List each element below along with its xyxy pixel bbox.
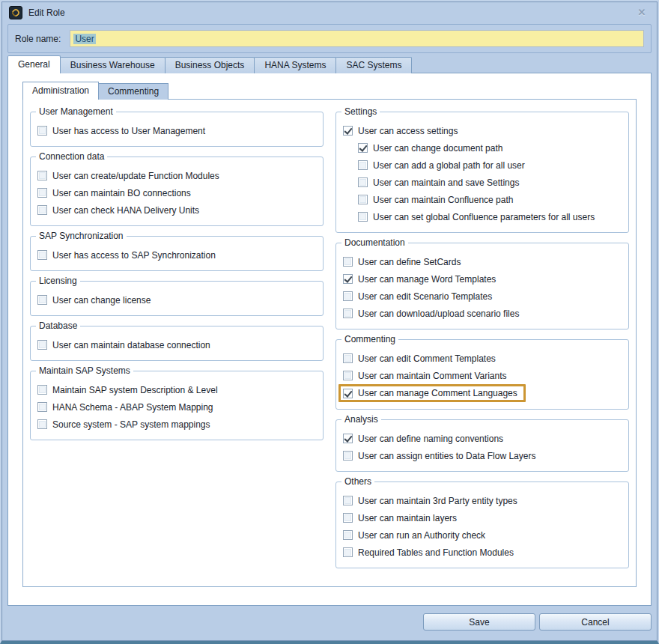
checkbox-user-can-maintain-comment-variants[interactable]	[343, 371, 353, 380]
checkbox-user-can-run-an-authority-check[interactable]	[343, 530, 353, 540]
checkbox-user-can-check-hana-delivery-units[interactable]	[37, 205, 47, 215]
checkbox-row: User can run an Authority check	[343, 526, 622, 544]
checkbox-user-can-access-settings[interactable]	[343, 126, 353, 136]
checkbox-user-can-maintain-and-save-settings[interactable]	[358, 177, 368, 187]
tab-general-content: AdministrationCommenting User Management…	[7, 73, 652, 606]
checkbox-user-can-define-setcards[interactable]	[343, 257, 353, 267]
checkbox-row: Required Tables and Function Modules	[343, 544, 622, 561]
checkbox-label: User has access to User Management	[52, 126, 205, 136]
checkbox-label: User can create/update Function Modules	[52, 171, 219, 181]
checkbox-row: User has access to SAP Synchronization	[37, 246, 317, 264]
checkbox-label: User can maintain and save Settings	[373, 177, 519, 188]
group-sap-synchronization: SAP SynchronizationUser has access to SA…	[30, 236, 324, 271]
checkbox-row: User can add a global path for all user	[343, 157, 622, 174]
column-right: SettingsUser can access settingsUser can…	[335, 112, 629, 574]
checkbox-label: User can download/upload scenario files	[358, 309, 519, 319]
checkbox-label: User can maintain 3rd Party entity types	[358, 496, 517, 506]
checkbox-label: HANA Schema - ABAP System Mapping	[52, 402, 213, 413]
checkbox-user-can-edit-comment-templates[interactable]	[343, 353, 353, 363]
checkbox-label: User can maintain BO connections	[52, 188, 191, 198]
dialog-button-bar: Save Cancel	[423, 613, 652, 631]
edit-role-dialog: Edit Role ✕ Role name: User GeneralBusin…	[0, 0, 659, 644]
checkbox-label: Maintain SAP system Description & Level	[52, 385, 218, 395]
checkbox-row: User can define naming conventions	[343, 430, 622, 447]
tab-commenting[interactable]: Commenting	[98, 83, 168, 100]
checkbox-user-can-define-naming-conventions[interactable]	[343, 434, 353, 443]
checkbox-user-can-change-document-path[interactable]	[358, 143, 368, 153]
checkbox-label: User can edit Comment Templates	[358, 353, 496, 364]
administration-panel: User ManagementUser has access to User M…	[22, 99, 637, 587]
group-title: User Management	[36, 106, 116, 117]
role-name-input[interactable]: User	[70, 30, 644, 47]
checkbox-label: User can assign entities to Data Flow La…	[358, 451, 535, 461]
checkbox-maintain-sap-system-description-level[interactable]	[37, 385, 47, 395]
checkbox-user-can-maintain-3rd-party-entity-types[interactable]	[343, 496, 353, 505]
checkbox-label: User can maintain Confluence path	[373, 195, 513, 205]
checkbox-row: User can edit Comment Templates	[343, 350, 622, 367]
checkbox-user-can-set-global-confluence-parameters-for-all-users[interactable]	[358, 212, 368, 222]
checkbox-user-can-manage-comment-languages[interactable]	[343, 389, 353, 398]
checkbox-user-can-manage-word-templates[interactable]	[343, 274, 353, 284]
checkbox-user-can-assign-entities-to-data-flow-layers[interactable]	[343, 451, 353, 461]
checkbox-hana-schema-abap-system-mapping[interactable]	[37, 402, 47, 412]
checkbox-row: User can maintain layers	[343, 509, 622, 526]
checkbox-row: User can set global Confluence parameter…	[343, 208, 622, 225]
checkbox-label: User can maintain database connection	[52, 340, 210, 350]
checkbox-row: User can check HANA Delivery Units	[37, 201, 317, 219]
group-licensing: LicensingUser can change license	[30, 281, 324, 316]
checkbox-label: Required Tables and Function Modules	[358, 547, 514, 558]
checkbox-label: Source system - SAP system mappings	[52, 419, 210, 430]
checkbox-row: User can change document path	[343, 139, 622, 157]
checkbox-row: User can edit Scenario Templates	[343, 288, 622, 305]
checkbox-user-can-edit-scenario-templates[interactable]	[343, 291, 353, 301]
checkbox-user-can-add-a-global-path-for-all-user[interactable]	[358, 160, 368, 170]
cancel-button[interactable]: Cancel	[539, 613, 652, 631]
checkbox-user-can-change-license[interactable]	[37, 295, 47, 305]
checkbox-row: User can access settings	[343, 122, 622, 139]
checkbox-label: User can change document path	[373, 143, 502, 154]
group-user-management: User ManagementUser has access to User M…	[30, 112, 324, 147]
checkbox-source-system-sap-system-mappings[interactable]	[37, 419, 47, 429]
checkbox-row: User can maintain BO connections	[37, 184, 317, 201]
tab-business-warehouse[interactable]: Business Warehouse	[60, 57, 165, 73]
checkbox-label: User can maintain Comment Variants	[358, 371, 507, 381]
group-title: Maintain SAP Systems	[36, 365, 133, 376]
role-name-label: Role name:	[15, 34, 61, 44]
group-title: Connection data	[36, 151, 107, 162]
checkbox-label: User can maintain layers	[358, 513, 457, 523]
checkbox-row: User can download/upload scenario files	[343, 305, 622, 322]
close-icon[interactable]: ✕	[634, 5, 650, 20]
checkbox-row: User can maintain Confluence path	[343, 191, 622, 208]
checkbox-user-can-create-update-function-modules[interactable]	[37, 171, 47, 180]
checkbox-user-can-maintain-database-connection[interactable]	[37, 340, 47, 350]
checkbox-user-has-access-to-user-management[interactable]	[37, 126, 47, 136]
save-button[interactable]: Save	[423, 613, 535, 631]
group-title: Licensing	[36, 276, 80, 286]
checkbox-row: User can change license	[37, 291, 317, 309]
checkbox-user-can-maintain-layers[interactable]	[343, 513, 353, 523]
role-name-section: Role name: User	[7, 24, 652, 53]
column-left: User ManagementUser has access to User M…	[30, 112, 324, 574]
group-maintain-sap-systems: Maintain SAP SystemsMaintain SAP system …	[30, 371, 324, 440]
tab-business-objects[interactable]: Business Objects	[165, 57, 255, 73]
checkbox-label: User can add a global path for all user	[373, 160, 525, 171]
highlight-box: User can manage Comment Languages	[338, 384, 526, 402]
tab-general[interactable]: General	[7, 55, 61, 73]
checkbox-row: User has access to User Management	[37, 122, 317, 139]
group-settings: SettingsUser can access settingsUser can…	[335, 112, 629, 233]
tab-administration[interactable]: Administration	[22, 82, 99, 100]
app-logo-icon	[9, 6, 22, 19]
checkbox-row: User can maintain Comment Variants	[343, 367, 622, 384]
checkbox-row: Maintain SAP system Description & Level	[37, 381, 317, 398]
group-analysis: AnalysisUser can define naming conventio…	[335, 419, 629, 472]
checkbox-user-has-access-to-sap-synchronization[interactable]	[37, 250, 47, 260]
group-title: Documentation	[341, 237, 408, 248]
checkbox-required-tables-and-function-modules[interactable]	[343, 547, 353, 557]
checkbox-user-can-maintain-bo-connections[interactable]	[37, 188, 47, 198]
tab-hana-systems[interactable]: HANA Systems	[254, 57, 336, 73]
titlebar: Edit Role ✕	[1, 1, 658, 23]
group-title: Database	[36, 321, 80, 331]
checkbox-user-can-maintain-confluence-path[interactable]	[358, 195, 368, 204]
checkbox-user-can-download-upload-scenario-files[interactable]	[343, 309, 353, 318]
tab-sac-systems[interactable]: SAC Systems	[335, 57, 412, 73]
